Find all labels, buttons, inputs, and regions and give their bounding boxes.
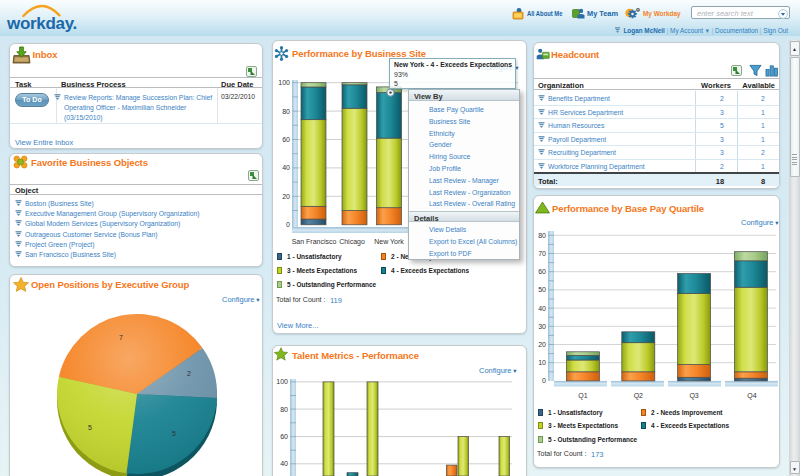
svg-text:20: 20 — [282, 193, 290, 200]
svg-text:7: 7 — [119, 334, 123, 341]
svg-text:70: 70 — [538, 250, 546, 257]
svg-text:40: 40 — [538, 305, 546, 312]
svg-text:50: 50 — [538, 286, 546, 293]
svg-text:0: 0 — [542, 377, 546, 384]
svg-text:100: 100 — [278, 79, 290, 86]
svg-text:20: 20 — [538, 341, 546, 348]
svg-text:Q1: Q1 — [578, 392, 587, 400]
svg-text:0: 0 — [286, 221, 290, 228]
svg-text:60: 60 — [282, 136, 290, 143]
svg-text:60: 60 — [280, 433, 288, 440]
svg-text:2: 2 — [187, 370, 191, 377]
svg-text:100: 100 — [276, 378, 288, 385]
svg-text:30: 30 — [538, 323, 546, 330]
svg-text:Q4: Q4 — [747, 392, 756, 400]
svg-text:60: 60 — [538, 268, 546, 275]
svg-text:5: 5 — [172, 430, 176, 437]
svg-text:5: 5 — [88, 424, 92, 431]
svg-text:workday.: workday. — [6, 14, 77, 33]
svg-text:80: 80 — [538, 232, 546, 239]
svg-text:40: 40 — [280, 460, 288, 467]
svg-text:New York: New York — [374, 238, 404, 245]
svg-text:Q2: Q2 — [634, 392, 643, 400]
svg-text:40: 40 — [282, 164, 290, 171]
svg-text:10: 10 — [538, 359, 546, 366]
svg-text:San Francisco: San Francisco — [292, 238, 337, 245]
svg-text:Q3: Q3 — [689, 392, 698, 400]
svg-text:80: 80 — [280, 406, 288, 413]
svg-text:Chicago: Chicago — [339, 238, 365, 246]
svg-text:80: 80 — [282, 108, 290, 115]
